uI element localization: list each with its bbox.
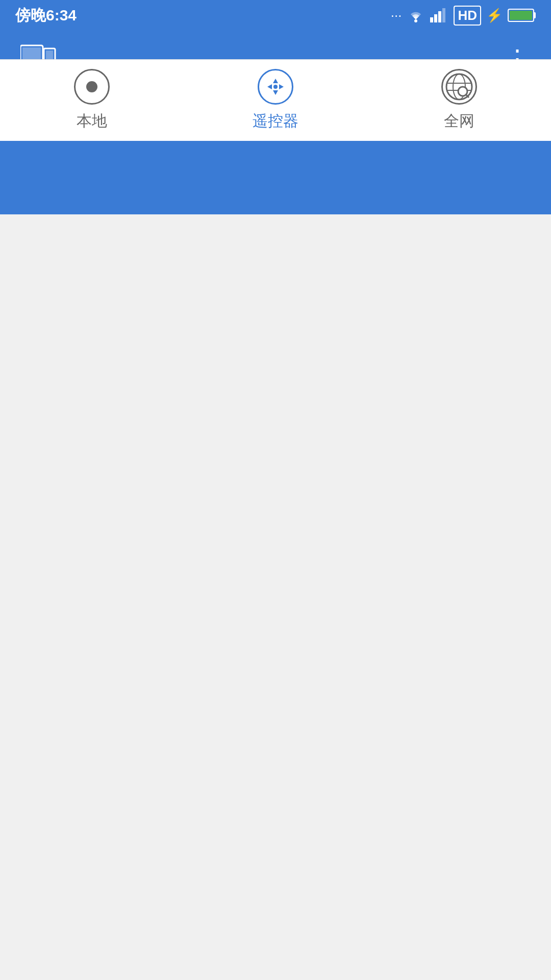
direction-arrows-icon	[264, 76, 287, 98]
wifi-icon	[407, 8, 425, 22]
status-bar: 傍晚6:34 ··· HD ⚡	[0, 0, 551, 31]
nav-item-local[interactable]: 本地	[0, 69, 184, 132]
signal-dots: ···	[391, 8, 402, 23]
remote-nav-icon	[258, 69, 293, 105]
signal-icon	[430, 8, 448, 22]
svg-marker-17	[279, 84, 284, 89]
svg-rect-6	[22, 47, 41, 60]
local-inner-dot	[86, 81, 97, 92]
svg-rect-2	[434, 14, 437, 22]
global-icon	[441, 69, 477, 105]
svg-marker-15	[273, 90, 278, 95]
nav-item-global[interactable]: 全网	[367, 69, 551, 132]
nav-item-remote[interactable]: 遥控器	[184, 69, 367, 132]
battery-icon	[508, 9, 536, 22]
status-icons: ··· HD ⚡	[391, 6, 536, 26]
globe-svg-icon	[444, 72, 474, 102]
svg-rect-1	[430, 17, 433, 22]
svg-point-18	[273, 85, 278, 89]
svg-point-0	[414, 19, 417, 22]
svg-marker-16	[267, 84, 272, 89]
nav-label-global: 全网	[444, 111, 474, 132]
svg-rect-4	[442, 8, 445, 22]
local-icon	[74, 69, 110, 105]
nav-label-remote: 遥控器	[253, 111, 298, 132]
status-time: 傍晚6:34	[15, 5, 77, 26]
bottom-navigation: 本地 遥控器	[0, 59, 551, 141]
charging-icon: ⚡	[486, 8, 503, 23]
svg-rect-3	[438, 11, 441, 22]
svg-marker-14	[273, 79, 278, 83]
hd-badge: HD	[454, 6, 481, 26]
nav-label-local: 本地	[77, 111, 107, 132]
